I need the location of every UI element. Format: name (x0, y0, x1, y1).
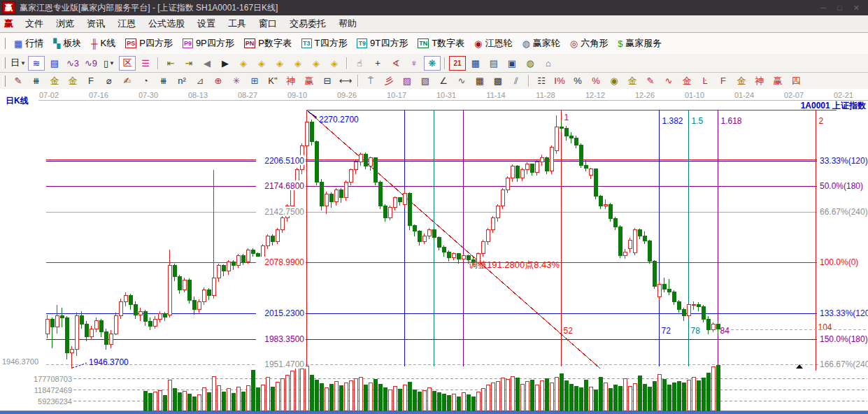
toolbar-drag-handle[interactable] (2, 76, 6, 87)
toolbar-button-quotes-table[interactable]: ▦行情 (9, 33, 48, 54)
sketch-mode-icon[interactable]: ≋ (28, 56, 45, 71)
save-icon[interactable]: ▣ (504, 56, 520, 71)
toolbar-button-kline[interactable]: ╫K线 (86, 33, 120, 54)
volume-profile-icon[interactable]: ☰ (137, 56, 154, 71)
trend-angle-icon[interactable]: ∠ (435, 73, 452, 88)
fan-lines-icon[interactable]: 彡 (380, 73, 397, 88)
n-square-icon[interactable]: n² (173, 73, 190, 88)
period-day-dropdown[interactable]: 日▼ (10, 56, 27, 71)
menu-item-8[interactable]: 交易委托 (283, 17, 332, 31)
k-mark-icon[interactable]: Κ" (264, 73, 281, 88)
first-page-icon[interactable]: ⇤ (162, 56, 179, 71)
zoom-all-diamond-icon[interactable]: ◈ (326, 56, 343, 71)
time-ruler-icon[interactable]: ⧻ (28, 73, 45, 88)
fan-box-icon[interactable]: ▨ (399, 73, 415, 88)
notepad-icon[interactable]: ▤ (485, 56, 502, 71)
t-percent-icon[interactable]: Ⅰ% (551, 73, 568, 88)
last-page-icon[interactable]: ⇥ (180, 56, 197, 71)
slash-lines-icon[interactable]: ⫽ (508, 73, 525, 88)
angle-line-icon[interactable]: ⊿ (192, 73, 208, 88)
fibo-f-icon[interactable]: F (83, 73, 99, 88)
ying-angle-icon[interactable]: 赢 (769, 73, 786, 88)
gold-grid2-icon[interactable]: 金 (64, 73, 81, 88)
zoom-plus-diamond-icon[interactable]: ◈ (308, 56, 325, 71)
red-zone-icon[interactable]: 区 (119, 56, 136, 71)
close-button[interactable]: ✕ (853, 3, 860, 13)
candle-style-dropdown[interactable]: ▯▼ (101, 56, 118, 71)
draw-pen-icon[interactable]: ✎ (10, 73, 27, 88)
toolbar-button-hexagon[interactable]: ◎六角形 (565, 33, 613, 54)
prev-bar-icon[interactable]: ◀ (199, 56, 215, 71)
fan-box2-icon[interactable]: ▧ (417, 73, 434, 88)
percent-line-icon[interactable]: % (588, 73, 604, 88)
box-count-icon[interactable]: ☷ (533, 73, 550, 88)
circle-cross-icon[interactable]: ⊕ (210, 73, 227, 88)
star-burst-icon[interactable]: ✳ (228, 73, 245, 88)
f-angle-icon[interactable]: F (715, 73, 732, 88)
menu-item-9[interactable]: 帮助 (332, 17, 363, 31)
ying-grid-icon[interactable]: 赢 (301, 73, 318, 88)
hand-tool-icon[interactable]: ☝ (351, 56, 368, 71)
maximize-button[interactable]: □ (837, 3, 842, 13)
menu-item-2[interactable]: 资讯 (80, 17, 111, 31)
toolbar-button-nine-p-square[interactable]: P99P四方形 (178, 33, 239, 54)
calculator-icon[interactable]: ▦ (467, 56, 484, 71)
gold-angle-icon[interactable]: 金 (733, 73, 750, 88)
channel-icon[interactable]: ⍑ (362, 73, 379, 88)
number-grid-icon[interactable]: ⊟ (319, 73, 336, 88)
menu-item-7[interactable]: 窗口 (252, 17, 283, 31)
zoom-h-diamond-icon[interactable]: ◈ (271, 56, 288, 71)
pan-right-diamond-icon[interactable]: ◈ (253, 56, 270, 71)
square-grid2-icon[interactable]: ▩ (490, 73, 506, 88)
toolbar-drag-handle[interactable] (2, 38, 6, 49)
crosshair-tool-icon[interactable]: ＋ (369, 56, 386, 71)
toolbar-button-t-square[interactable]: T3T四方形 (297, 33, 352, 54)
menu-item-6[interactable]: 工具 (222, 17, 252, 31)
toolbar-button-gann-wheel[interactable]: ◉江恩轮 (469, 33, 517, 54)
minimize-button[interactable]: ─ (820, 3, 826, 13)
minute3-bars-icon[interactable]: ∿3 (64, 56, 81, 71)
menu-item-0[interactable]: 文件 (19, 17, 50, 31)
menu-item-3[interactable]: 江恩 (111, 17, 142, 31)
pan-left-diamond-icon[interactable]: ◈ (235, 56, 252, 71)
toolbar-button-sector-blocks[interactable]: ▚板块 (48, 33, 86, 54)
toolbar-button-nine-t-square[interactable]: T99T四方形 (352, 33, 413, 54)
gold-red-icon[interactable]: 金 (678, 73, 695, 88)
gold-grid-icon[interactable]: 金 (46, 73, 63, 88)
gold-line-icon[interactable]: 金 (624, 73, 641, 88)
kline-chart[interactable]: 07-0207-1607-3008-1308-2709-1009-2610-17… (0, 89, 868, 411)
network-data-icon[interactable]: ◍ (522, 56, 539, 71)
si-angle-icon[interactable]: 四 (788, 73, 804, 88)
toolbar-button-t-number-table[interactable]: TNT数字表 (413, 33, 469, 54)
toolbar-drag-handle[interactable] (2, 57, 6, 69)
menu-item-4[interactable]: 公式选股 (142, 17, 191, 31)
spiral-icon[interactable]: ⌀ (101, 73, 118, 88)
angle-measure-icon[interactable]: ∢ (387, 56, 404, 71)
square-grid-icon[interactable]: ▦ (471, 73, 488, 88)
minute9-bars-icon[interactable]: ∿9 (83, 56, 99, 71)
tick-ruler-icon[interactable]: ⧻ (155, 73, 172, 88)
percent-icon[interactable]: % (569, 73, 586, 88)
l-angle-icon[interactable]: Ŀ (697, 73, 713, 88)
marker-pen-icon[interactable]: ✍ (119, 73, 136, 88)
toolbar-button-p-square[interactable]: PSP四方形 (120, 33, 178, 54)
toolbar-button-p-number-table[interactable]: PNP数字表 (239, 33, 297, 54)
broom-tool-icon[interactable]: ♆ (406, 56, 422, 71)
formula-brain-icon[interactable]: ❋ (424, 56, 441, 71)
note-list-icon[interactable]: ▤ (46, 56, 63, 71)
next-bar-icon[interactable]: ▶ (217, 56, 234, 71)
wave-icon[interactable]: ∿ (453, 73, 470, 88)
window-titlebar[interactable]: 赢 赢家江恩专业版[赢家内部服务平台] - [上证指数 SH1A0001-167… (0, 0, 868, 15)
menu-item-5[interactable]: 设置 (191, 17, 222, 31)
toolbar-button-winner-wheel[interactable]: ◍赢家轮 (517, 33, 564, 54)
pen-bars-icon[interactable]: ✎ (642, 73, 659, 88)
span-arrows-icon[interactable]: ⟷ (337, 73, 354, 88)
zoom-x-diamond-icon[interactable]: ◈ (290, 56, 306, 71)
shen-grid-icon[interactable]: 神 (283, 73, 299, 88)
toolbar-button-winner-service[interactable]: $赢家服务 (613, 33, 667, 54)
menu-item-1[interactable]: 浏览 (50, 17, 80, 31)
gold-circle-icon[interactable]: ◉ (606, 73, 622, 88)
shen-angle-icon[interactable]: 神 (751, 73, 768, 88)
grid-star-icon[interactable]: ⊞ (246, 73, 263, 88)
cycle-clock-icon[interactable]: ◔ (137, 73, 154, 88)
